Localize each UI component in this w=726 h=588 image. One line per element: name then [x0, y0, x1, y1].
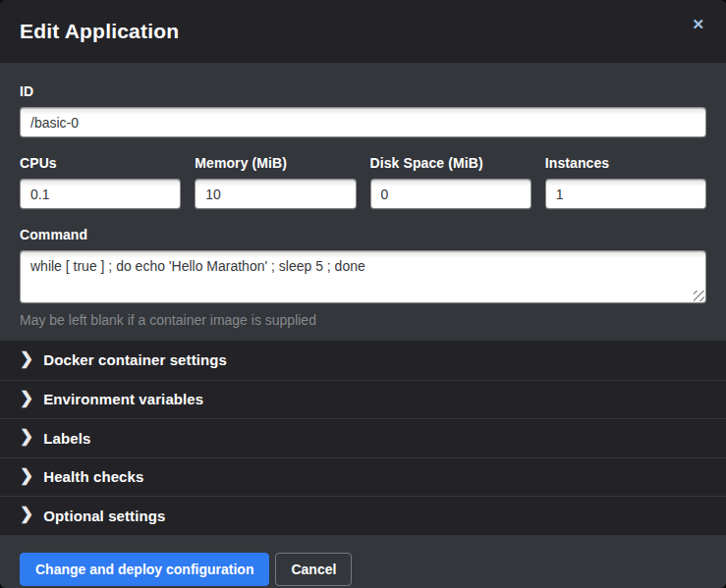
command-help-text: May be left blank if a container image i…	[20, 312, 706, 328]
instances-input[interactable]	[545, 179, 706, 209]
section-docker-container-settings[interactable]: ❯ Docker container settings	[0, 341, 726, 380]
modal-footer: Change and deploy configuration Cancel	[0, 535, 726, 588]
cpus-label: CPUs	[20, 155, 181, 171]
disk-label: Disk Space (MiB)	[370, 155, 531, 171]
section-label: Docker container settings	[43, 351, 227, 368]
modal-title: Edit Application	[20, 20, 179, 43]
cpus-field-group: CPUs	[20, 155, 181, 209]
chevron-right-icon: ❯	[20, 390, 33, 406]
chevron-right-icon: ❯	[20, 350, 33, 367]
cancel-button[interactable]: Cancel	[275, 553, 352, 586]
close-icon[interactable]: ✕	[690, 13, 706, 35]
section-label: Health checks	[43, 468, 143, 485]
settings-accordion: ❯ Docker container settings ❯ Environmen…	[0, 341, 726, 535]
id-label: ID	[20, 83, 706, 99]
modal-header: Edit Application ✕	[0, 0, 726, 63]
cpus-input[interactable]	[20, 179, 181, 209]
id-input[interactable]	[20, 107, 706, 137]
chevron-right-icon: ❯	[20, 467, 33, 484]
command-field-group: Command while [ true ] ; do echo 'Hello …	[20, 227, 706, 303]
instances-field-group: Instances	[545, 155, 706, 209]
section-labels[interactable]: ❯ Labels	[0, 418, 726, 457]
command-label: Command	[20, 227, 706, 242]
change-and-deploy-button[interactable]: Change and deploy configuration	[20, 553, 269, 586]
chevron-right-icon: ❯	[20, 506, 33, 522]
chevron-right-icon: ❯	[20, 428, 33, 445]
section-label: Labels	[43, 430, 90, 447]
disk-field-group: Disk Space (MiB)	[370, 155, 531, 209]
section-health-checks[interactable]: ❯ Health checks	[0, 457, 726, 497]
resources-row: CPUs Memory (MiB) Disk Space (MiB) Insta…	[20, 155, 706, 209]
memory-field-group: Memory (MiB)	[195, 155, 356, 209]
memory-input[interactable]	[195, 179, 356, 209]
command-input[interactable]: while [ true ] ; do echo 'Hello Marathon…	[20, 250, 706, 303]
memory-label: Memory (MiB)	[195, 155, 356, 171]
instances-label: Instances	[545, 155, 706, 171]
edit-application-modal: Edit Application ✕ ID CPUs Memory (MiB) …	[0, 0, 726, 588]
section-optional-settings[interactable]: ❯ Optional settings	[0, 496, 726, 535]
section-environment-variables[interactable]: ❯ Environment variables	[0, 380, 726, 419]
section-label: Optional settings	[43, 508, 165, 524]
section-label: Environment variables	[43, 391, 203, 407]
id-field-group: ID	[20, 83, 706, 137]
application-form: ID CPUs Memory (MiB) Disk Space (MiB) In…	[0, 63, 726, 341]
disk-input[interactable]	[370, 179, 531, 209]
